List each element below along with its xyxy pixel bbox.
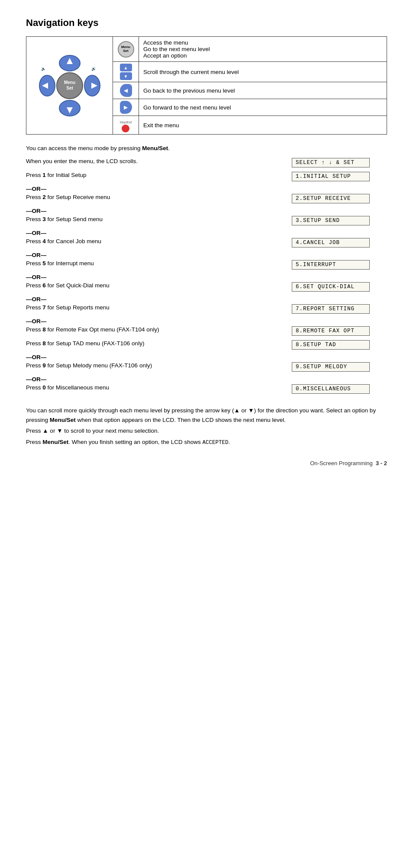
footer-label: On-Screen Programming — [310, 460, 373, 466]
menu-item-lcd-scroll: When you enter the menu, the LCD scrolls… — [26, 157, 387, 169]
or-9: —OR— — [26, 376, 387, 383]
menu-item-1: Press 1 for Initial Setup 1.INITIAL SETU… — [26, 171, 387, 183]
menu-item-3: Press 3 for Setup Send menu 3.SETUP SEND — [26, 215, 387, 227]
menu-set-icon-cell: MenuSet — [113, 37, 139, 62]
lcd-0: 0.MISCELLANEOUS — [292, 384, 370, 394]
up-down-description: Scroll through the current menu level — [139, 62, 387, 82]
up-down-arrows-cell: ▲ ▼ — [113, 62, 139, 82]
lcd-6: 6.SET QUICK-DIAL — [292, 282, 370, 292]
or-6: —OR— — [26, 296, 387, 302]
stop-exit-cell: Stop/Exit — [113, 116, 139, 135]
lcd-3: 3.SETUP SEND — [292, 216, 370, 225]
footer-page: 3 - 2 — [376, 460, 387, 466]
footer-para-3: Press Menu/Set. When you finish setting … — [26, 437, 387, 447]
or-4: —OR— — [26, 252, 387, 258]
menu-item-7: Press 7 for Setup Reports menu 7.REPORT … — [26, 303, 387, 315]
stop-exit-button: Stop/Exit — [119, 121, 132, 132]
or-5: —OR— — [26, 274, 387, 280]
or-2: —OR— — [26, 208, 387, 214]
or-3: —OR— — [26, 230, 387, 236]
menu-section: When you enter the menu, the LCD scrolls… — [26, 157, 387, 397]
lcd-5: 5.INTERRUPT — [292, 260, 370, 270]
svg-text:🔊: 🔊 — [91, 66, 97, 71]
lcd-1: 1.INITIAL SETUP — [292, 172, 370, 181]
left-arrow-cell: ◀ — [113, 82, 139, 99]
lcd-8-remote: 8.REMOTE FAX OPT — [292, 326, 370, 336]
lcd-4: 4.CANCEL JOB — [292, 238, 370, 248]
menu-item-4: Press 4 for Cancel Job menu 4.CANCEL JOB — [26, 237, 387, 249]
menu-item-6: Press 6 for Set Quick-Dial menu 6.SET QU… — [26, 281, 387, 293]
intro-text: You can access the menu mode by pressing… — [26, 144, 387, 153]
menu-item-8-t104: Press 8 for Remote Fax Opt menu (FAX-T10… — [26, 325, 387, 338]
svg-text:Menu: Menu — [64, 80, 75, 85]
menu-item-2: Press 2 for Setup Receive menu 2.SETUP R… — [26, 193, 387, 205]
footer-para-2: Press ▲ or ▼ to scroll to your next menu… — [26, 426, 387, 436]
menu-item-0: Press 0 for Miscellaneous menu 0.MISCELL… — [26, 383, 387, 395]
navigation-table: Menu Set 🔈 🔊 MenuSet Access the menuGo t… — [26, 36, 387, 135]
page-footer: On-Screen Programming 3 - 2 — [26, 460, 387, 466]
footer-para-1: You can scroll more quickly through each… — [26, 406, 387, 424]
menu-set-button: MenuSet — [118, 41, 134, 58]
or-1: —OR— — [26, 186, 387, 192]
dpad-svg: Menu Set 🔈 🔊 — [35, 51, 104, 120]
menu-item-9: Press 9 for Setup Melody menu (FAX-T106 … — [26, 361, 387, 373]
lcd-2: 2.SETUP RECEIVE — [292, 194, 370, 203]
lcd-9: 9.SETUP MELODY — [292, 362, 370, 372]
or-7: —OR— — [26, 318, 387, 325]
lcd-select: SELECT ↑ ↓ & SET — [292, 158, 370, 167]
lcd-7: 7.REPORT SETTING — [292, 304, 370, 314]
menu-item-8-t106: Press 8 for Setup TAD menu (FAX-T106 onl… — [26, 339, 387, 351]
menu-item-5: Press 5 for Interrupt menu 5.INTERRUPT — [26, 259, 387, 271]
footer-section: You can scroll more quickly through each… — [26, 406, 387, 447]
lcd-8-tad: 8.SETUP TAD — [292, 340, 370, 350]
svg-text:Set: Set — [66, 86, 73, 90]
dpad-image-cell: Menu Set 🔈 🔊 — [26, 37, 113, 135]
right-arrow-description: Go forward to the next menu level — [139, 99, 387, 116]
page-title: Navigation keys — [26, 17, 387, 29]
svg-text:🔈: 🔈 — [41, 66, 46, 71]
stop-exit-description: Exit the menu — [139, 116, 387, 135]
or-8: —OR— — [26, 354, 387, 360]
left-arrow-description: Go back to the previous menu level — [139, 82, 387, 99]
right-arrow-cell: ▶ — [113, 99, 139, 116]
menu-set-description: Access the menuGo to the next menu level… — [139, 37, 387, 62]
